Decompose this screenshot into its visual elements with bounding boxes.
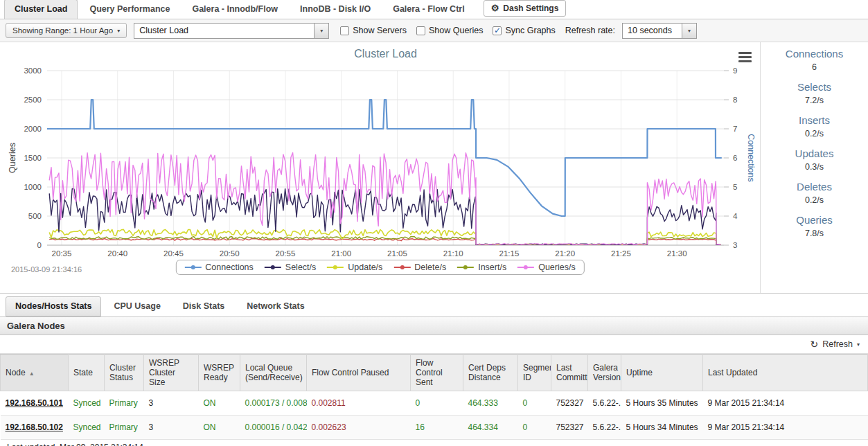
cell-flow-control-paused: 0.002623 <box>307 416 411 440</box>
stat-inserts: Inserts0.2/s <box>799 114 830 139</box>
showing-range-button[interactable]: Showing Range: 1 Hour Ago ▾ <box>6 23 127 38</box>
column-header-wsrep-cluster-size[interactable]: WSREP Cluster Size <box>144 355 199 391</box>
table-footer: Last updated. Mar 09, 2015 21:34:14 <box>0 440 868 446</box>
refresh-rate-value: 10 seconds <box>623 24 682 38</box>
stat-value: 0.3/s <box>795 162 834 172</box>
checkbox-show-queries[interactable]: Show Queries <box>416 26 484 35</box>
column-header-wsrep-ready[interactable]: WSREP Ready <box>199 355 240 391</box>
tab-disk-stats[interactable]: Disk Stats <box>173 296 234 316</box>
legend-marker-icon <box>457 265 474 271</box>
node-link[interactable]: 192.168.50.101 <box>1 391 69 416</box>
caret-down-icon: ▾ <box>857 341 860 348</box>
svg-text:7: 7 <box>733 125 737 133</box>
stat-updates: Updates0.3/s <box>795 148 834 172</box>
svg-text:5: 5 <box>733 183 737 191</box>
legend-label: Select/s <box>285 262 316 272</box>
column-header-galera-version[interactable]: Galera Version <box>588 355 621 391</box>
cell-state: Synced <box>69 391 105 416</box>
cell-cluster-status: Primary <box>105 416 144 440</box>
column-header-cluster-status[interactable]: Cluster Status <box>105 355 144 391</box>
column-header-cert-deps-distance[interactable]: Cert Deps Distance <box>463 355 518 391</box>
cell-cert-deps-distance: 464.333 <box>463 391 518 416</box>
stat-queries: Queries7.8/s <box>796 214 833 238</box>
svg-text:20:45: 20:45 <box>163 249 184 258</box>
cell-last-updated: 9 Mar 2015 21:34:14 <box>703 416 868 440</box>
gear-icon: ⚙ <box>491 3 499 13</box>
tab-nodes-hosts-stats[interactable]: Nodes/Hosts Stats <box>6 296 101 316</box>
cluster-load-chart: 050010001500200025003000345678920:3520:4… <box>0 42 760 294</box>
stat-connections: Connections6 <box>786 48 843 72</box>
legend-item-select-s: Select/s <box>265 262 316 272</box>
svg-text:3: 3 <box>733 241 737 249</box>
svg-text:21:20: 21:20 <box>555 249 575 258</box>
svg-text:4: 4 <box>733 212 738 220</box>
tab-galera-innodb-flow[interactable]: Galera - Innodb/Flow <box>181 0 288 19</box>
column-header-segment-id[interactable]: Segment ID <box>518 355 551 391</box>
legend-marker-icon <box>517 265 534 271</box>
tab-query-performance[interactable]: Query Performance <box>79 0 180 19</box>
column-header-node[interactable]: Node▲ <box>1 355 69 391</box>
legend-item-delete-s: Delete/s <box>393 262 446 272</box>
stat-label: Queries <box>796 214 833 226</box>
svg-text:21:15: 21:15 <box>499 249 520 258</box>
dash-settings-button[interactable]: ⚙ Dash Settings <box>484 0 567 17</box>
series-insert-s <box>49 237 720 245</box>
svg-text:0: 0 <box>37 241 42 249</box>
dash-settings-label: Dash Settings <box>503 3 558 13</box>
stats-tab-bar: Nodes/Hosts StatsCPU UsageDisk StatsNetw… <box>0 296 868 316</box>
tab-cpu-usage[interactable]: CPU Usage <box>104 296 170 316</box>
cell-galera-version: 5.6.22-... <box>588 391 621 416</box>
legend-label: Connections <box>205 262 254 272</box>
tab-galera-flow-ctrl[interactable]: Galera - Flow Ctrl <box>382 0 475 19</box>
cell-flow-control-sent: 0 <box>411 391 463 416</box>
tab-innodb-disk-i-o[interactable]: InnoDB - Disk I/O <box>290 0 381 19</box>
graph-select-value: Cluster Load <box>134 24 314 38</box>
cell-cluster-status: Primary <box>105 391 144 416</box>
svg-text:2000: 2000 <box>24 125 42 133</box>
refresh-button[interactable]: ↻ Refresh ▾ <box>810 339 860 350</box>
checkbox-show-servers[interactable]: Show Servers <box>340 26 407 35</box>
tab-cluster-load[interactable]: Cluster Load <box>4 0 78 19</box>
cell-cert-deps-distance: 464.334 <box>463 416 518 440</box>
column-header-local-queue-send-receive[interactable]: Local Queue (Send/Receive) <box>240 355 307 391</box>
column-header-uptime[interactable]: Uptime <box>621 355 703 391</box>
column-header-flow-control-paused[interactable]: Flow Control Paused <box>307 355 411 391</box>
svg-text:8: 8 <box>733 96 737 104</box>
stat-value: 7.8/s <box>796 229 833 238</box>
tab-network-stats[interactable]: Network Stats <box>237 296 314 316</box>
node-link[interactable]: 192.168.50.102 <box>1 416 69 440</box>
legend-item-connections: Connections <box>184 262 254 272</box>
refresh-rate-select[interactable]: 10 seconds ▾ <box>622 23 697 39</box>
legend-item-insert-s: Insert/s <box>457 262 506 272</box>
graph-select[interactable]: Cluster Load ▾ <box>134 23 329 39</box>
sort-asc-icon: ▲ <box>29 371 35 377</box>
svg-text:1500: 1500 <box>24 154 42 162</box>
svg-text:1000: 1000 <box>24 183 42 191</box>
column-header-state[interactable]: State <box>69 355 105 391</box>
legend-item-queries-s: Queries/s <box>517 262 576 272</box>
svg-text:20:55: 20:55 <box>276 249 296 258</box>
cell-wsrep-cluster-size: 3 <box>144 391 199 416</box>
dashboard-tab-bar: Cluster LoadQuery PerformanceGalera - In… <box>0 0 868 19</box>
svg-text:21:10: 21:10 <box>443 249 463 258</box>
column-header-last-updated[interactable]: Last Updated <box>703 355 868 391</box>
legend-label: Update/s <box>348 262 382 272</box>
refresh-row: ↻ Refresh ▾ <box>0 335 868 354</box>
toolbar: Showing Range: 1 Hour Ago ▾ Cluster Load… <box>0 19 868 42</box>
stat-deletes: Deletes0.2/s <box>797 181 832 205</box>
galera-nodes-title: Galera Nodes <box>7 321 65 331</box>
checkbox-label: Sync Graphs <box>505 26 555 35</box>
column-header-flow-control-sent[interactable]: Flow Control Sent <box>411 355 463 391</box>
column-header-last-committed[interactable]: Last Committed <box>551 355 588 391</box>
svg-text:6: 6 <box>733 154 737 162</box>
cell-uptime: 5 Hours 34 Minutes <box>621 416 703 440</box>
toolbar-checkboxes: Show ServersShow Queries✓Sync Graphs <box>340 26 556 35</box>
svg-text:21:00: 21:00 <box>331 249 351 258</box>
chart-timestamp: 2015-03-09 21:34:16 <box>11 265 82 274</box>
table-row: 192.168.50.102SyncedPrimary3ON0.000016 /… <box>1 416 868 440</box>
legend-marker-icon <box>393 265 410 271</box>
cell-wsrep-cluster-size: 3 <box>144 416 199 440</box>
stat-label: Inserts <box>799 114 830 126</box>
checkbox-sync-graphs[interactable]: ✓Sync Graphs <box>493 26 555 35</box>
svg-text:9: 9 <box>733 66 737 75</box>
